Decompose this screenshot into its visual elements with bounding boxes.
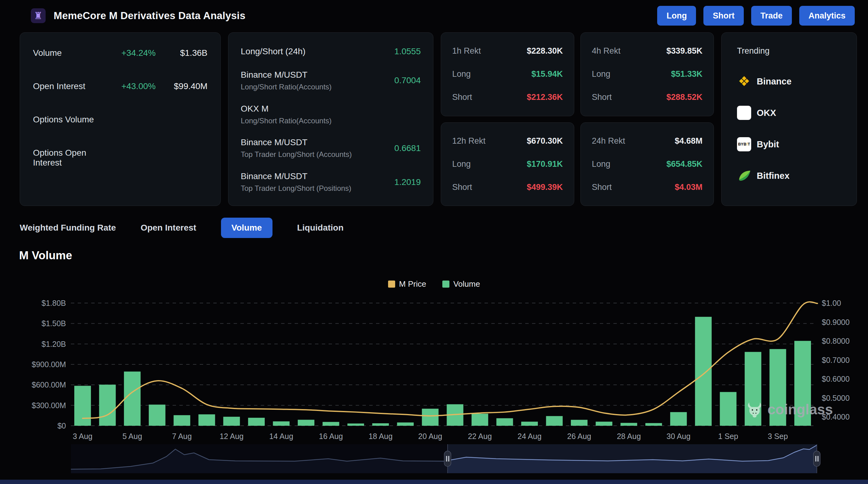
volume-bar[interactable] [298,420,314,426]
navigator-unselected-region[interactable] [71,444,447,473]
trade-button[interactable]: Trade [751,6,792,26]
stats-cards-row: Volume +34.24% $1.36B Open Interest +43.… [20,32,857,206]
derivatives-dashboard: ♜ MemeCore M Derivatives Data Analysis L… [0,0,868,484]
volume-bar[interactable] [521,422,538,426]
trending-card: Trending ❖ Binance OKX BYB!T Bybit [721,32,857,206]
x-axis-tick: 30 Aug [666,432,690,441]
volume-bar[interactable] [695,317,712,426]
tab-open-interest[interactable]: Open Interest [141,223,196,233]
volume-bar[interactable] [198,414,215,426]
ratio-row-binance-accounts[interactable]: Binance M/USDT Long/Short Ratio(Accounts… [241,70,421,91]
chart-range-navigator[interactable] [0,444,868,475]
trending-title: Trending [737,46,841,56]
volume-bar[interactable] [472,414,488,426]
volume-bar[interactable] [223,417,240,426]
rekt-card-1h: 1h Rekt$228.30K Long$15.94K Short$212.36… [441,32,574,116]
volume-bar[interactable] [99,385,116,426]
x-axis-tick: 24 Aug [518,432,541,441]
rekt-period-label: 1h Rekt [452,46,481,56]
volume-bar[interactable] [769,349,786,426]
ratio-value: 0.7004 [394,75,421,85]
trending-item-binance[interactable]: ❖ Binance [737,74,841,89]
trending-item-okx[interactable]: OKX [737,106,841,120]
trending-item-bitfinex[interactable]: Bitfinex [737,169,841,183]
ratio-row-24h[interactable]: Long/Short (24h) 1.0555 [241,46,421,57]
ratio-value: 1.0555 [394,47,421,56]
stat-change: +43.00% [100,81,156,91]
rekt-long-label: Long [452,69,471,79]
ratio-title: Binance M/USDT [241,172,394,181]
tab-volume[interactable]: Volume [221,218,273,238]
volume-bar[interactable] [397,422,414,426]
volume-bar[interactable] [372,423,389,426]
stat-row-volume[interactable]: Volume +34.24% $1.36B [33,48,208,58]
right-axis-tick: $0.8000 [822,337,849,345]
rekt-card-4h: 4h Rekt$339.85K Long$51.33K Short$288.52… [581,32,714,116]
right-axis-tick: $0.5000 [822,394,849,402]
ratio-subtitle: Long/Short Ratio(Accounts) [241,83,394,91]
ratio-row-top-trader-accounts[interactable]: Binance M/USDT Top Trader Long/Short (Ac… [241,139,421,158]
rekt-long-label: Long [592,159,610,169]
volume-bar[interactable] [149,404,165,426]
long-button[interactable]: Long [657,6,696,26]
analytics-button[interactable]: Analytics [799,6,855,26]
left-axis-tick: $600.00M [32,381,66,389]
navigator-selected-region[interactable] [447,444,817,473]
legend-label: Volume [454,279,480,289]
stat-value: $99.40M [156,81,208,91]
ratio-row-top-trader-positions[interactable]: Binance M/USDT Top Trader Long/Short (Po… [241,172,421,192]
volume-bar[interactable] [596,422,613,426]
okx-logo-icon [737,106,751,120]
x-axis-tick: 20 Aug [418,432,442,441]
rekt-short-value: $288.52K [666,92,703,102]
volume-price-chart[interactable]: $1.80B$1.50B$1.20B$900.00M$600.00M$300.0… [0,291,868,444]
stat-change: +34.24% [100,48,156,58]
volume-bar[interactable] [174,415,190,426]
rekt-short-label: Short [592,92,612,102]
tab-weighted-funding-rate[interactable]: Weighted Funding Rate [20,223,116,233]
short-button[interactable]: Short [704,6,744,26]
volume-bar[interactable] [571,420,588,426]
tab-liquidation[interactable]: Liquidation [297,223,344,233]
volume-bar[interactable] [347,424,364,426]
volume-bar[interactable] [496,418,513,426]
stat-row-options-volume[interactable]: Options Volume [33,115,208,125]
rekt-long-value: $654.85K [666,159,703,169]
volume-bar[interactable] [273,421,289,426]
bottom-strip [0,480,868,484]
volume-bar[interactable] [745,352,761,426]
legend-item-m-price[interactable]: M Price [388,279,426,289]
volume-bar[interactable] [720,392,736,426]
volume-bar[interactable] [74,386,91,426]
long-short-ratio-card: Long/Short (24h) 1.0555 Binance M/USDT L… [228,32,433,206]
ratio-row-okx-accounts[interactable]: OKX M Long/Short Ratio(Accounts) [241,104,421,125]
right-axis-tick: $0.6000 [822,374,849,383]
rekt-card-12h: 12h Rekt$670.30K Long$170.91K Short$499.… [441,122,574,206]
volume-bar[interactable] [546,416,562,426]
volume-bar[interactable] [323,422,339,426]
chart-legend: M Price Volume [0,279,868,289]
stat-row-options-open-interest[interactable]: Options Open Interest [33,148,208,168]
left-axis-tick: $900.00M [32,360,66,369]
trending-label: Bybit [757,139,779,150]
ratio-subtitle: Top Trader Long/Short (Accounts) [241,150,394,159]
legend-item-volume[interactable]: Volume [442,279,480,289]
volume-bar[interactable] [422,409,439,426]
x-axis-tick: 26 Aug [567,432,591,441]
volume-bar[interactable] [794,341,811,426]
volume-bar[interactable] [670,412,687,426]
trending-item-bybit[interactable]: BYB!T Bybit [737,137,841,151]
volume-bar[interactable] [620,423,637,426]
ratio-title: Binance M/USDT [241,70,394,80]
memecore-logo-icon: ♜ [31,8,45,23]
volume-swatch-icon [442,280,450,288]
volume-bar[interactable] [646,423,662,426]
volume-bar[interactable] [248,418,265,426]
rekt-period-label: 24h Rekt [592,136,625,146]
bitfinex-logo-icon [737,169,751,183]
volume-bar[interactable] [124,371,141,426]
rekt-short-value: $499.39K [527,182,563,192]
x-axis-tick: 1 Sep [718,432,738,441]
right-axis-tick: $0.7000 [822,356,849,364]
stat-row-open-interest[interactable]: Open Interest +43.00% $99.40M [33,81,208,91]
